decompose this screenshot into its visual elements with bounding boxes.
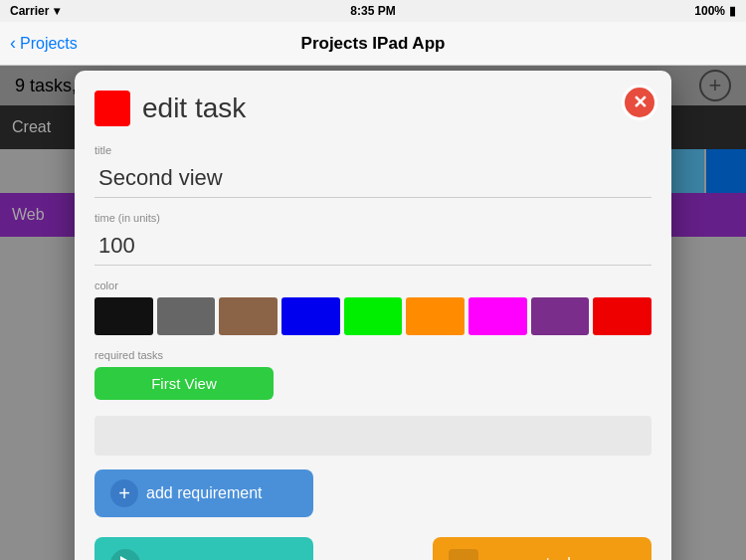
title-field-value[interactable]: Second view bbox=[94, 159, 652, 198]
color-swatch-brown[interactable] bbox=[219, 297, 278, 335]
status-left: Carrier ▾ bbox=[10, 4, 60, 18]
save-button[interactable]: save bbox=[94, 537, 313, 560]
time-field-value[interactable]: 100 bbox=[94, 227, 652, 266]
wifi-icon: ▾ bbox=[54, 4, 60, 18]
add-requirement-button[interactable]: + add requirement bbox=[94, 469, 313, 517]
color-swatches bbox=[94, 297, 652, 335]
back-label: Projects bbox=[20, 35, 78, 53]
color-swatch-purple[interactable] bbox=[531, 297, 590, 335]
save-label: save bbox=[150, 555, 184, 560]
modal-dialog: edit task ✕ title Second view time (in u… bbox=[75, 71, 671, 560]
color-swatch-black[interactable] bbox=[94, 297, 153, 335]
required-task-item[interactable]: First View bbox=[94, 367, 274, 400]
close-button[interactable]: ✕ bbox=[622, 85, 657, 120]
status-time: 8:35 PM bbox=[350, 4, 395, 18]
add-icon: + bbox=[110, 479, 138, 507]
remove-task-button[interactable]: remove task bbox=[433, 537, 652, 560]
time-field-label: time (in units) bbox=[94, 212, 652, 224]
status-right: 100% ▮ bbox=[694, 4, 736, 18]
remove-label: remove task bbox=[488, 555, 575, 560]
close-icon: ✕ bbox=[622, 85, 657, 120]
chevron-left-icon: ‹ bbox=[10, 33, 16, 54]
color-swatch-red[interactable] bbox=[593, 297, 652, 335]
color-swatch-orange[interactable] bbox=[406, 297, 465, 335]
color-swatch-magenta[interactable] bbox=[468, 297, 527, 335]
color-swatch-gray[interactable] bbox=[157, 297, 216, 335]
carrier-label: Carrier bbox=[10, 4, 49, 18]
battery-label: 100% bbox=[694, 4, 725, 18]
add-requirement-label: add requirement bbox=[146, 484, 263, 502]
nav-title: Projects IPad App bbox=[301, 34, 446, 54]
color-swatch-green[interactable] bbox=[344, 297, 403, 335]
color-section: color bbox=[94, 280, 652, 335]
main-area: 9 tasks, 320 max time + Creat Web edit t… bbox=[0, 66, 746, 560]
empty-area bbox=[94, 416, 652, 456]
remove-icon bbox=[449, 549, 478, 560]
required-tasks-label: required tasks bbox=[94, 349, 652, 361]
back-button[interactable]: ‹ Projects bbox=[10, 33, 78, 54]
title-field-label: title bbox=[94, 144, 652, 156]
color-label: color bbox=[94, 280, 652, 291]
bottom-buttons: save remove task bbox=[94, 537, 652, 560]
status-bar: Carrier ▾ 8:35 PM 100% ▮ bbox=[0, 0, 746, 22]
color-swatch-blue[interactable] bbox=[281, 297, 340, 335]
nav-bar: ‹ Projects Projects IPad App bbox=[0, 22, 746, 66]
play-icon bbox=[120, 556, 134, 560]
battery-icon: ▮ bbox=[729, 4, 736, 18]
modal-header: edit task bbox=[94, 91, 652, 126]
task-color-swatch bbox=[94, 91, 130, 126]
modal-overlay: edit task ✕ title Second view time (in u… bbox=[0, 66, 746, 560]
save-icon bbox=[110, 549, 140, 560]
required-tasks-section: required tasks First View bbox=[94, 349, 652, 406]
modal-title: edit task bbox=[142, 93, 246, 124]
